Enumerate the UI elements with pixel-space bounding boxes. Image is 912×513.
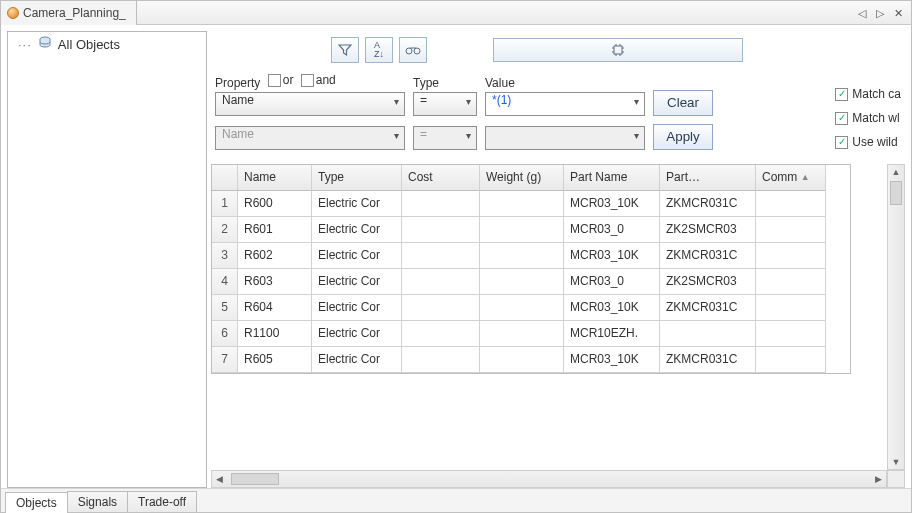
table-row[interactable]: 5R604Electric CorMCR03_10KZKMCR031C — [212, 295, 850, 321]
col-partno[interactable]: Part… — [660, 165, 756, 191]
or-checkbox[interactable]: or — [268, 73, 294, 87]
match-case-checkbox[interactable]: Match ca — [835, 87, 901, 101]
col-name[interactable]: Name — [238, 165, 312, 191]
cell-comm[interactable] — [756, 217, 826, 243]
clear-button[interactable]: Clear — [653, 90, 713, 116]
toolbar: AZ↓ — [211, 31, 905, 73]
cell-name[interactable]: R1100 — [238, 321, 312, 347]
apply-button[interactable]: Apply — [653, 124, 713, 150]
sort-button[interactable]: AZ↓ — [365, 37, 393, 63]
chip-button[interactable] — [493, 38, 743, 62]
cell-weight[interactable] — [480, 321, 564, 347]
cell-weight[interactable] — [480, 347, 564, 373]
match-whole-checkbox[interactable]: Match wl — [835, 111, 901, 125]
document-tab-label: Camera_Planning_ — [23, 6, 126, 20]
cell-comm[interactable] — [756, 269, 826, 295]
use-wild-checkbox[interactable]: Use wild — [835, 135, 901, 149]
scroll-left-icon[interactable]: ◀ — [212, 474, 227, 484]
vertical-scrollbar[interactable]: ▲ ▼ — [887, 164, 905, 471]
cell-type[interactable]: Electric Cor — [312, 269, 402, 295]
cell-partno[interactable] — [660, 321, 756, 347]
cell-partname[interactable]: MCR03_10K — [564, 191, 660, 217]
cell-partname[interactable]: MCR03_0 — [564, 217, 660, 243]
cell-cost[interactable] — [402, 321, 480, 347]
cell-cost[interactable] — [402, 191, 480, 217]
col-index[interactable] — [212, 165, 238, 191]
cell-comm[interactable] — [756, 191, 826, 217]
col-cost[interactable]: Cost — [402, 165, 480, 191]
cell-comm[interactable] — [756, 295, 826, 321]
cell-name[interactable]: R600 — [238, 191, 312, 217]
cell-name[interactable]: R602 — [238, 243, 312, 269]
col-type[interactable]: Type — [312, 165, 402, 191]
cell-weight[interactable] — [480, 269, 564, 295]
cell-partno[interactable]: ZKMCR031C — [660, 243, 756, 269]
and-checkbox[interactable]: and — [301, 73, 336, 87]
cell-comm[interactable] — [756, 321, 826, 347]
bottom-tabs: Objects Signals Trade-off — [1, 488, 911, 512]
table-row[interactable]: 7R605Electric CorMCR03_10KZKMCR031C — [212, 347, 850, 373]
cell-partname[interactable]: MCR03_10K — [564, 347, 660, 373]
cell-partno[interactable]: ZKMCR031C — [660, 191, 756, 217]
cell-partno[interactable]: ZKMCR031C — [660, 295, 756, 321]
tab-signals[interactable]: Signals — [67, 491, 128, 512]
cell-type[interactable]: Electric Cor — [312, 217, 402, 243]
scroll-down-icon[interactable]: ▼ — [892, 455, 901, 469]
table-row[interactable]: 2R601Electric CorMCR03_0ZK2SMCR03 — [212, 217, 850, 243]
cell-partname[interactable]: MCR10EZH. — [564, 321, 660, 347]
nav-next-button[interactable]: ▷ — [874, 7, 886, 20]
cell-type[interactable]: Electric Cor — [312, 347, 402, 373]
type1-select[interactable]: = — [413, 92, 477, 116]
cell-partname[interactable]: MCR03_10K — [564, 295, 660, 321]
tree-panel: ··· All Objects — [7, 31, 207, 488]
nav-prev-button[interactable]: ◁ — [856, 7, 868, 20]
property1-select[interactable]: Name — [215, 92, 405, 116]
cell-partno[interactable]: ZK2SMCR03 — [660, 217, 756, 243]
cell-cost[interactable] — [402, 243, 480, 269]
cell-partname[interactable]: MCR03_10K — [564, 243, 660, 269]
v-scroll-thumb[interactable] — [890, 181, 902, 205]
table-row[interactable]: 4R603Electric CorMCR03_0ZK2SMCR03 — [212, 269, 850, 295]
cell-type[interactable]: Electric Cor — [312, 191, 402, 217]
table-row[interactable]: 6R1100Electric CorMCR10EZH. — [212, 321, 850, 347]
table-row[interactable]: 1R600Electric CorMCR03_10KZKMCR031C — [212, 191, 850, 217]
cell-partno[interactable]: ZK2SMCR03 — [660, 269, 756, 295]
cell-name[interactable]: R604 — [238, 295, 312, 321]
cell-name[interactable]: R601 — [238, 217, 312, 243]
tree-root-label: All Objects — [58, 37, 120, 52]
cell-weight[interactable] — [480, 295, 564, 321]
col-partname[interactable]: Part Name — [564, 165, 660, 191]
cell-partname[interactable]: MCR03_0 — [564, 269, 660, 295]
cell-cost[interactable] — [402, 269, 480, 295]
h-scroll-thumb[interactable] — [231, 473, 279, 485]
scroll-up-icon[interactable]: ▲ — [892, 165, 901, 179]
cell-cost[interactable] — [402, 217, 480, 243]
tab-tradeoff[interactable]: Trade-off — [127, 491, 197, 512]
cell-name[interactable]: R605 — [238, 347, 312, 373]
table-row[interactable]: 3R602Electric CorMCR03_10KZKMCR031C — [212, 243, 850, 269]
cell-weight[interactable] — [480, 243, 564, 269]
cell-type[interactable]: Electric Cor — [312, 295, 402, 321]
cell-weight[interactable] — [480, 217, 564, 243]
cell-comm[interactable] — [756, 243, 826, 269]
close-button[interactable]: ✕ — [892, 7, 905, 20]
binoculars-icon — [405, 44, 421, 56]
cell-comm[interactable] — [756, 347, 826, 373]
document-tab[interactable]: Camera_Planning_ — [1, 1, 137, 25]
horizontal-scrollbar[interactable]: ◀ ▶ — [211, 470, 887, 488]
tree-root[interactable]: ··· All Objects — [8, 32, 206, 57]
value1-input[interactable]: *(1) — [485, 92, 645, 116]
cell-type[interactable]: Electric Cor — [312, 243, 402, 269]
find-button[interactable] — [399, 37, 427, 63]
tab-objects[interactable]: Objects — [5, 492, 68, 513]
scroll-right-icon[interactable]: ▶ — [871, 474, 886, 484]
cell-partno[interactable]: ZKMCR031C — [660, 347, 756, 373]
col-weight[interactable]: Weight (g) — [480, 165, 564, 191]
cell-name[interactable]: R603 — [238, 269, 312, 295]
filter-button[interactable] — [331, 37, 359, 63]
cell-cost[interactable] — [402, 295, 480, 321]
col-comm[interactable]: Comm ▲ — [756, 165, 826, 191]
cell-cost[interactable] — [402, 347, 480, 373]
cell-weight[interactable] — [480, 191, 564, 217]
cell-type[interactable]: Electric Cor — [312, 321, 402, 347]
